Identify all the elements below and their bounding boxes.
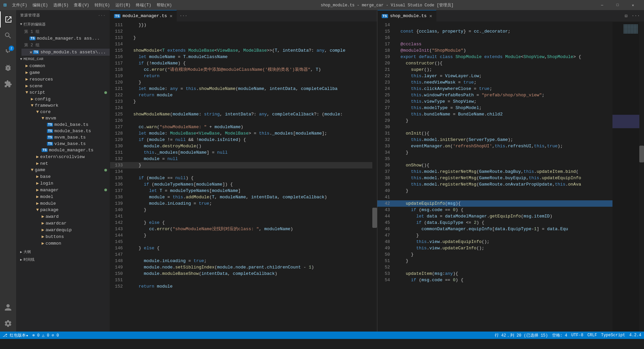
encoding[interactable]: UTF-8 [571, 333, 583, 338]
tree-mvvm[interactable]: ▼mvvm [16, 115, 110, 121]
tree-scene[interactable]: ▶scene [16, 83, 110, 89]
menu-goto[interactable]: 转到(G) [92, 1, 113, 9]
tree-module-manager[interactable]: TSmodule_manager.ts [16, 147, 110, 153]
menu-select[interactable]: 选择(S) [51, 1, 71, 9]
folder-open-icon: ▼ [36, 207, 39, 212]
line-17: 17 @ccclass [377, 41, 613, 47]
tab-shop-module[interactable]: TS shop_module.ts ✕ [378, 10, 437, 22]
ts-version[interactable]: 4.2.4 [629, 333, 641, 338]
line-141: 141 [110, 213, 372, 219]
tree-net[interactable]: ▶net [16, 160, 110, 167]
cursor-position[interactable]: 行 42，列 20 (已选择 15) [495, 333, 548, 338]
tab-module-manager[interactable]: TS module_manager.ts ✕ [110, 10, 177, 22]
line-133: 133 } [110, 162, 372, 168]
tree-common2[interactable]: ▶common [16, 240, 110, 247]
tab-more-button[interactable]: ··· [177, 13, 190, 18]
line-143: 143 cc.error("showModuleName没找到对应的class:… [110, 226, 372, 232]
tree-model[interactable]: ▶model [16, 193, 110, 200]
eol[interactable]: CRLF [587, 333, 597, 338]
tree-model-base[interactable]: TSmodel_base.ts [16, 121, 110, 128]
git-branch[interactable]: ⎇ 红包版本★ [3, 333, 28, 338]
activitybar-debug[interactable] [0, 60, 16, 76]
tree-common[interactable]: ▶common [16, 62, 110, 69]
line-120: 120 } [110, 79, 372, 86]
menu-file[interactable]: 文件(F) [9, 1, 30, 9]
line-125: 125 showModuleName(moduleName: string, i… [110, 111, 372, 117]
open-editors-group1: 第 1 组 TS module_manager.ts ass... [16, 28, 110, 42]
activitybar-search[interactable] [0, 28, 16, 44]
folder-open-icon: ▼ [31, 103, 34, 108]
right-code-view[interactable]: 14 15 const {ccclass, property} = cc._de… [377, 22, 644, 332]
open-file-module-manager[interactable]: TS module_manager.ts ass... [21, 35, 110, 42]
expand-label: 大纲 [23, 249, 31, 254]
line-113: 113 } [110, 35, 372, 41]
error-count[interactable]: ⊗ 0 △ 0 ⊘ 0 [32, 333, 59, 338]
activitybar-extensions[interactable] [0, 76, 16, 92]
maximize-button[interactable]: □ [610, 0, 625, 10]
tree-game1[interactable]: ▶game [16, 69, 110, 76]
language-mode[interactable]: TypeScript [601, 333, 625, 338]
line-134: 134 [110, 168, 372, 175]
tree-award[interactable]: ▶award [16, 213, 110, 220]
tree-game2[interactable]: ▼ game [16, 167, 110, 173]
line-115: 115 showModule<T extends ModuleBase<View… [110, 47, 372, 54]
line-127: 127 cc.warn("showModuleName: " + moduleN… [110, 124, 372, 130]
menu-run[interactable]: 运行(R) [113, 1, 133, 9]
split-editor-button[interactable]: ⊡ [623, 12, 629, 19]
activitybar-source-control[interactable]: 2 [0, 44, 16, 60]
scroll-thumb[interactable] [372, 208, 377, 228]
activitybar-explorer[interactable] [0, 11, 16, 28]
tab-close-button[interactable]: ✕ [170, 13, 172, 19]
tree-scrollview[interactable]: ▶extern\scrollview [16, 153, 110, 160]
tree-resources[interactable]: ▶resources [16, 76, 110, 83]
tab-close-button[interactable]: ✕ [429, 13, 432, 19]
menu-terminal[interactable]: 终端(T) [133, 1, 154, 9]
line-50: 50 } [377, 251, 613, 258]
line-27: 27 this.modelType = ShopModel; [377, 105, 613, 111]
line-149: 149 module.node.setSiblingIndex(module.n… [110, 264, 372, 270]
right-scrollbar[interactable] [639, 22, 644, 332]
tree-package[interactable]: ▼package [16, 207, 110, 213]
tree-framework[interactable]: ▼ framework [16, 102, 110, 109]
close-button[interactable]: ✕ [625, 0, 641, 10]
left-code-view[interactable]: 111 }}) 112 113 } 114 115 showModule<T e… [110, 22, 377, 332]
sidebar-more-button[interactable]: ··· [98, 13, 106, 17]
folder-icon: ▶ [25, 77, 28, 82]
tab-label: module_manager.ts [122, 13, 167, 18]
scroll-thumb[interactable] [639, 146, 644, 162]
tree-awardcar[interactable]: ▶awardcar [16, 220, 110, 227]
activitybar-account[interactable] [0, 299, 16, 315]
tree-buttons[interactable]: ▶buttons [16, 233, 110, 240]
left-scrollbar[interactable] [372, 22, 377, 332]
tree-login[interactable]: ▶login [16, 180, 110, 187]
activitybar-settings[interactable] [0, 315, 16, 332]
tree-core[interactable]: ▼core [16, 109, 110, 115]
line-147: 147 [110, 251, 372, 258]
tree-manager[interactable]: ▶ manager [16, 187, 110, 193]
timeline-section[interactable]: ▶ 时间线 [16, 256, 110, 263]
line-20: 20 constructor(){ [377, 60, 613, 66]
close-icon[interactable]: ✕ [30, 49, 32, 55]
tree-module[interactable]: ▶module [16, 200, 110, 207]
more-actions-button[interactable]: ··· [630, 12, 641, 19]
line-111: 111 }}) [110, 22, 372, 28]
open-file-shop-module[interactable]: ✕ TS shop_module.ts assets\... [21, 49, 110, 56]
line-126: 126 [110, 117, 372, 124]
indent-info[interactable]: 空格: 4 [552, 333, 568, 338]
menu-edit[interactable]: 编辑(E) [30, 1, 51, 9]
menu-help[interactable]: 帮助(H) [154, 1, 175, 9]
left-tab-bar: TS module_manager.ts ✕ ··· [110, 10, 377, 22]
minimize-button[interactable]: — [594, 0, 610, 10]
menu-view[interactable]: 查看(V) [71, 1, 92, 9]
tree-base[interactable]: ▶base [16, 173, 110, 180]
tree-config[interactable]: ▶config [16, 96, 110, 102]
tree-script[interactable]: ▼ script [16, 89, 110, 96]
merge-car-section[interactable]: ▼ MERGE_CAR [16, 56, 110, 62]
tree-module-base[interactable]: TSmodule_base.ts [16, 128, 110, 134]
expand-section[interactable]: ▶ 大纲 [16, 248, 110, 256]
tree-view-base[interactable]: TSview_base.ts [16, 141, 110, 147]
tree-awardequip[interactable]: ▶awardequip [16, 227, 110, 233]
modified-dot [104, 91, 107, 94]
open-editors-section[interactable]: ▼ 打开的编辑器 [16, 20, 110, 28]
tree-mvvm-base[interactable]: TSmvvm_base.ts [16, 134, 110, 141]
